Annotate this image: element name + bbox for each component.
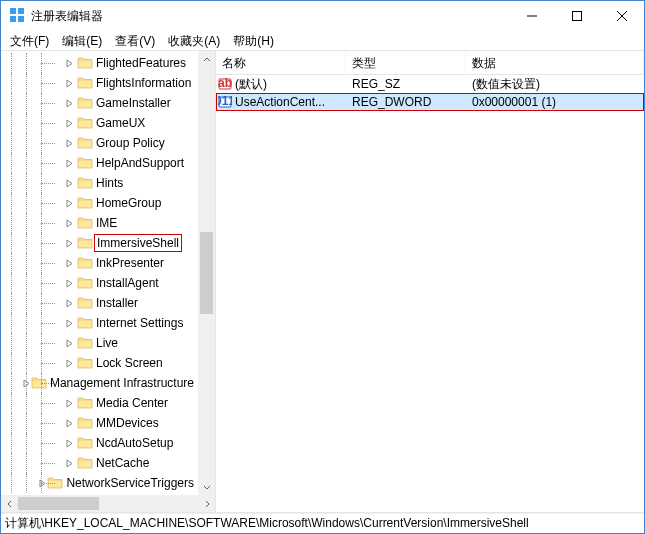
folder-icon xyxy=(77,155,93,171)
menu-help[interactable]: 帮助(H) xyxy=(228,31,282,50)
menu-bar: 文件(F) 编辑(E) 查看(V) 收藏夹(A) 帮助(H) xyxy=(1,31,644,51)
tree-node[interactable]: MMDevices xyxy=(1,413,198,433)
folder-icon xyxy=(77,415,93,431)
expander-icon[interactable] xyxy=(61,159,77,168)
expander-icon[interactable] xyxy=(61,279,77,288)
tree-node[interactable]: InstallAgent xyxy=(1,273,198,293)
tree-node-label: FlightedFeatures xyxy=(96,56,186,70)
expander-icon[interactable] xyxy=(61,359,77,368)
tree-node[interactable]: GameUX xyxy=(1,113,198,133)
column-type[interactable]: 类型 xyxy=(346,51,466,74)
tree-node[interactable]: InkPresenter xyxy=(1,253,198,273)
tree-node-label: NetCache xyxy=(96,456,149,470)
scroll-down-icon[interactable] xyxy=(198,478,215,495)
expander-icon[interactable] xyxy=(61,79,77,88)
folder-icon xyxy=(77,335,93,351)
tree-node[interactable]: HelpAndSupport xyxy=(1,153,198,173)
expander-icon[interactable] xyxy=(61,459,77,468)
tree-node[interactable]: NcdAutoSetup xyxy=(1,433,198,453)
tree-node-label: NetworkServiceTriggers xyxy=(66,476,194,490)
scroll-right-icon[interactable] xyxy=(198,495,215,512)
tree-node[interactable]: Media Center xyxy=(1,393,198,413)
expander-icon[interactable] xyxy=(61,299,77,308)
expander-icon[interactable] xyxy=(61,219,77,228)
tree-node-label: Live xyxy=(96,336,118,350)
list-row[interactable]: ab(默认)REG_SZ(数值未设置) xyxy=(216,75,644,93)
tree-node[interactable]: Installer xyxy=(1,293,198,313)
expander-icon[interactable] xyxy=(61,319,77,328)
folder-icon xyxy=(77,55,93,71)
expander-icon[interactable] xyxy=(61,259,77,268)
tree-node-label: InkPresenter xyxy=(96,256,164,270)
scroll-up-icon[interactable] xyxy=(198,51,215,68)
tree-vertical-scrollbar[interactable] xyxy=(198,51,215,495)
list-view[interactable]: ab(默认)REG_SZ(数值未设置)011UseActionCent...RE… xyxy=(216,75,644,512)
tree-node[interactable]: ImmersiveShell xyxy=(1,233,198,253)
tree-node-label: Internet Settings xyxy=(96,316,183,330)
expander-icon[interactable] xyxy=(61,59,77,68)
tree-node[interactable]: Internet Settings xyxy=(1,313,198,333)
folder-icon xyxy=(77,195,93,211)
tree-node-label: Installer xyxy=(96,296,138,310)
svg-rect-1 xyxy=(18,8,24,14)
tree-node[interactable]: FlightsInformation xyxy=(1,73,198,93)
tree-horizontal-scrollbar[interactable] xyxy=(1,495,215,512)
column-name[interactable]: 名称 xyxy=(216,51,346,74)
tree-node-label: MMDevices xyxy=(96,416,159,430)
expander-icon[interactable] xyxy=(61,199,77,208)
folder-icon xyxy=(77,275,93,291)
value-name: (默认) xyxy=(235,76,267,93)
expander-icon[interactable] xyxy=(61,139,77,148)
value-type: REG_DWORD xyxy=(346,95,466,109)
close-button[interactable] xyxy=(599,1,644,31)
expander-icon[interactable] xyxy=(61,339,77,348)
folder-icon xyxy=(77,295,93,311)
tree-node[interactable]: HomeGroup xyxy=(1,193,198,213)
tree-node[interactable]: NetworkServiceTriggers xyxy=(1,473,198,493)
expander-icon[interactable] xyxy=(61,419,77,428)
list-header: 名称 类型 数据 xyxy=(216,51,644,75)
expander-icon[interactable] xyxy=(61,399,77,408)
tree-node[interactable]: NetCache xyxy=(1,453,198,473)
value-data: 0x00000001 (1) xyxy=(466,95,644,109)
folder-icon xyxy=(77,95,93,111)
menu-view[interactable]: 查看(V) xyxy=(110,31,163,50)
value-data: (数值未设置) xyxy=(466,76,644,93)
svg-text:011: 011 xyxy=(218,95,232,108)
tree-node[interactable]: Hints xyxy=(1,173,198,193)
tree-view[interactable]: FlightedFeaturesFlightsInformationGameIn… xyxy=(1,51,198,495)
folder-icon xyxy=(77,355,93,371)
menu-file[interactable]: 文件(F) xyxy=(5,31,57,50)
expander-icon[interactable] xyxy=(61,239,77,248)
tree-pane: FlightedFeaturesFlightsInformationGameIn… xyxy=(1,51,216,512)
list-row[interactable]: 011UseActionCent...REG_DWORD0x00000001 (… xyxy=(216,93,644,111)
svg-rect-0 xyxy=(10,8,16,14)
tree-node[interactable]: GameInstaller xyxy=(1,93,198,113)
tree-node[interactable]: Lock Screen xyxy=(1,353,198,373)
menu-favorites[interactable]: 收藏夹(A) xyxy=(163,31,228,50)
tree-node-label: ImmersiveShell xyxy=(96,236,180,250)
folder-icon xyxy=(77,235,93,251)
regedit-app-icon xyxy=(9,7,25,26)
tree-node[interactable]: Group Policy xyxy=(1,133,198,153)
folder-icon xyxy=(77,135,93,151)
title-bar: 注册表编辑器 xyxy=(1,1,644,31)
svg-rect-5 xyxy=(572,12,581,21)
expander-icon[interactable] xyxy=(61,119,77,128)
expander-icon[interactable] xyxy=(61,99,77,108)
tree-node-label: Management Infrastructure xyxy=(50,376,194,390)
expander-icon[interactable] xyxy=(61,179,77,188)
column-data[interactable]: 数据 xyxy=(466,51,644,74)
tree-node[interactable]: Management Infrastructure xyxy=(1,373,198,393)
menu-edit[interactable]: 编辑(E) xyxy=(57,31,110,50)
maximize-button[interactable] xyxy=(554,1,599,31)
svg-rect-3 xyxy=(18,16,24,22)
value-name: UseActionCent... xyxy=(235,95,325,109)
tree-node[interactable]: Live xyxy=(1,333,198,353)
minimize-button[interactable] xyxy=(509,1,554,31)
tree-node-label: Media Center xyxy=(96,396,168,410)
expander-icon[interactable] xyxy=(61,439,77,448)
tree-node[interactable]: FlightedFeatures xyxy=(1,53,198,73)
scroll-left-icon[interactable] xyxy=(1,495,18,512)
tree-node[interactable]: IME xyxy=(1,213,198,233)
